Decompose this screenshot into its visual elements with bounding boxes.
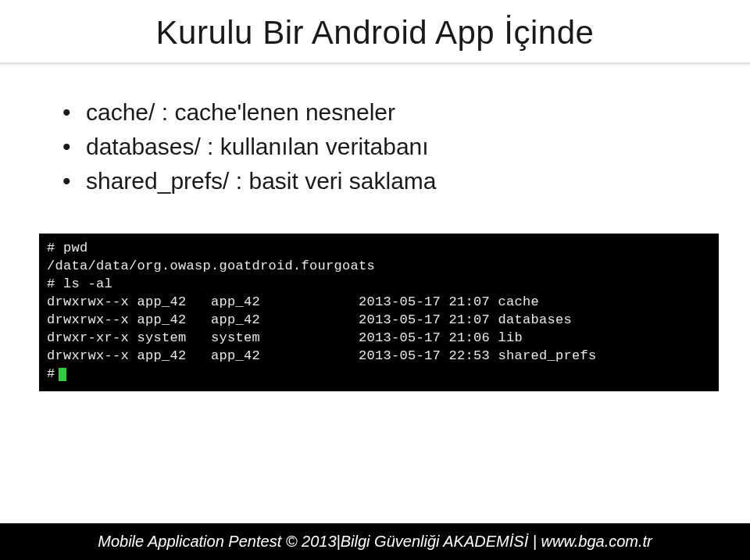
terminal-line-ls: # ls -al [47,276,711,294]
footer: Mobile Application Pentest © 2013|Bilgi … [0,523,750,560]
title-bar: Kurulu Bir Android App İçinde [0,0,750,64]
bullet-list: cache/ : cache'lenen nesneler databases/… [62,99,688,194]
terminal-line-lib: drwxr-xr-x system system 2013-05-17 21:0… [47,330,711,348]
bullet-shared-prefs: shared_prefs/ : basit veri saklama [62,168,688,194]
terminal-line-pwd: # pwd [47,240,711,258]
footer-text: Mobile Application Pentest © 2013|Bilgi … [98,533,652,550]
terminal-line-cache: drwxrwx--x app_42 app_42 2013-05-17 21:0… [47,294,711,312]
terminal-screenshot: # pwd /data/data/org.owasp.goatdroid.fou… [39,234,719,391]
bullet-databases: databases/ : kullanılan veritabanı [62,134,688,160]
slide-title: Kurulu Bir Android App İçinde [31,14,719,52]
terminal-line-path: /data/data/org.owasp.goatdroid.fourgoats [47,258,711,276]
terminal-line-databases: drwxrwx--x app_42 app_42 2013-05-17 21:0… [47,312,711,330]
terminal-line-sharedprefs: drwxrwx--x app_42 app_42 2013-05-17 22:5… [47,348,711,366]
cursor-icon [59,368,66,381]
bullet-cache: cache/ : cache'lenen nesneler [62,99,688,126]
content-area: cache/ : cache'lenen nesneler databases/… [0,64,750,407]
terminal-line-prompt: # [47,366,711,383]
